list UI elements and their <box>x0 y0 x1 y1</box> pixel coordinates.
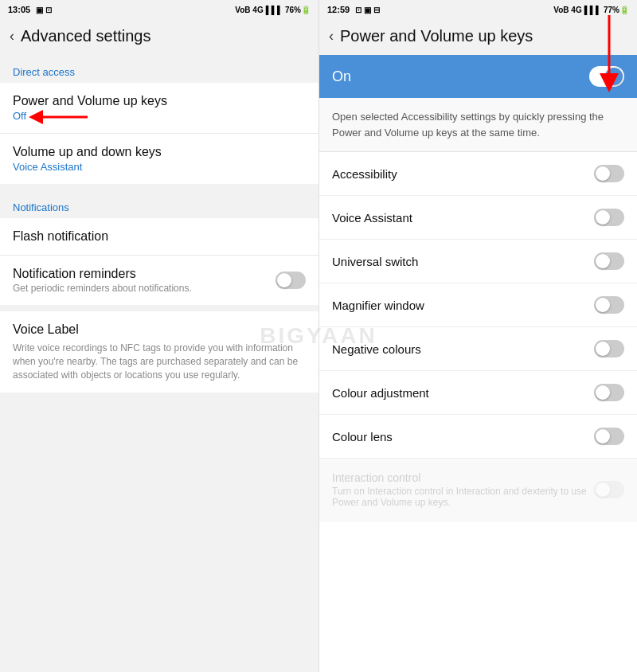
volume-keys-title: Volume up and down keys <box>13 145 162 159</box>
interaction-control-item: Interaction control Turn on Interaction … <box>319 459 637 522</box>
right-status-bar: 12:59 ⊡ ▣ ⊟ VoB 4G ▌▌▌ 77%🔋 <box>319 0 637 19</box>
direct-access-card: Power and Volume up keys Off Volu <box>0 83 318 184</box>
main-toggle[interactable] <box>589 66 624 87</box>
on-label: On <box>332 68 351 85</box>
page-title: Advanced settings <box>21 27 150 45</box>
interaction-control-toggle <box>594 481 624 498</box>
right-status-time: 12:59 ⊡ ▣ ⊟ <box>327 5 380 14</box>
right-panel: 12:59 ⊡ ▣ ⊟ VoB 4G ▌▌▌ 77%🔋 ‹ Power and … <box>318 0 637 672</box>
voice-assistant-toggle[interactable] <box>594 209 624 226</box>
volume-keys-item[interactable]: Volume up and down keys Voice Assistant <box>0 134 318 184</box>
left-status-bar: 13:05 ▣ ⊡ VoB 4G ▌▌▌ 13:05 76%🔋 <box>0 0 318 19</box>
right-back-button[interactable]: ‹ <box>329 28 334 45</box>
right-status-signal: VoB 4G ▌▌▌ 77%🔋 <box>553 6 629 14</box>
on-bar-container: On <box>319 55 637 98</box>
power-volume-status: Off <box>13 110 167 122</box>
universal-switch-item[interactable]: Universal switch <box>319 240 637 283</box>
back-button[interactable]: ‹ <box>10 28 14 45</box>
notification-reminders-item[interactable]: Notification reminders Get periodic remi… <box>0 256 318 305</box>
magnifier-window-item[interactable]: Magnifier window <box>319 283 637 327</box>
voice-label-title: Voice Label <box>13 322 79 337</box>
right-accessibility-list: Accessibility Voice Assistant Universal … <box>319 152 637 672</box>
negative-colours-item[interactable]: Negative colours <box>319 327 637 371</box>
notifications-card: Flash notification Notification reminder… <box>0 218 318 305</box>
volume-keys-status: Voice Assistant <box>13 161 162 173</box>
left-header: ‹ Advanced settings <box>0 19 318 55</box>
power-volume-item[interactable]: Power and Volume up keys Off <box>0 83 318 134</box>
notification-reminders-desc: Get periodic reminders about notificatio… <box>13 283 192 294</box>
colour-lens-label: Colour lens <box>332 430 393 443</box>
colour-lens-toggle[interactable] <box>594 428 624 445</box>
direct-access-label: Direct access <box>0 55 318 83</box>
colour-adjustment-toggle[interactable] <box>594 384 624 401</box>
right-page-title: Power and Volume up keys <box>340 27 533 45</box>
magnifier-window-label: Magnifier window <box>332 299 424 312</box>
voice-assistant-label: Voice Assistant <box>332 211 412 225</box>
left-panel: 13:05 ▣ ⊡ VoB 4G ▌▌▌ 13:05 76%🔋 ‹ Advanc… <box>0 0 318 672</box>
notification-reminders-toggle[interactable] <box>276 272 306 289</box>
voice-label-item[interactable]: Voice Label <box>0 311 318 342</box>
accessibility-label: Accessibility <box>332 167 397 181</box>
negative-colours-label: Negative colours <box>332 342 421 356</box>
power-volume-title: Power and Volume up keys <box>13 94 167 108</box>
colour-adjustment-label: Colour adjustment <box>332 386 429 400</box>
negative-colours-toggle[interactable] <box>594 340 624 357</box>
on-bar[interactable]: On <box>319 55 637 98</box>
voice-label-card: Voice Label Write voice recordings to NF… <box>0 311 318 393</box>
flash-notification-title: Flash notification <box>13 229 108 244</box>
notifications-label: Notifications <box>0 190 318 218</box>
voice-assistant-item[interactable]: Voice Assistant <box>319 196 637 240</box>
flash-notification-item[interactable]: Flash notification <box>0 218 318 256</box>
right-header: ‹ Power and Volume up keys <box>319 19 637 55</box>
universal-switch-toggle[interactable] <box>594 252 624 270</box>
universal-switch-label: Universal switch <box>332 255 418 268</box>
notification-reminders-title: Notification reminders <box>13 267 192 281</box>
left-status-time: 13:05 ▣ ⊡ <box>8 5 52 14</box>
colour-lens-item[interactable]: Colour lens <box>319 415 637 459</box>
accessibility-desc: Open selected Accessibility settings by … <box>319 98 637 152</box>
accessibility-item[interactable]: Accessibility <box>319 152 637 196</box>
interaction-control-desc: Turn on Interaction control in Interacti… <box>332 486 594 508</box>
left-status-signal: VoB 4G ▌▌▌ 13:05 76%🔋 <box>235 6 311 14</box>
voice-label-desc: Write voice recordings to NFC tags to pr… <box>0 342 318 393</box>
colour-adjustment-item[interactable]: Colour adjustment <box>319 371 637 415</box>
magnifier-window-toggle[interactable] <box>594 296 624 314</box>
accessibility-toggle[interactable] <box>594 165 624 182</box>
interaction-control-label: Interaction control <box>332 471 594 484</box>
